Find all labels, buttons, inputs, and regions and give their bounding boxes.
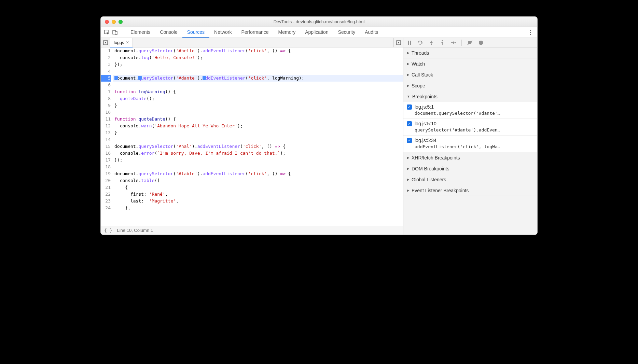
line-number[interactable]: 24 [101, 205, 111, 211]
code-line[interactable]: console.log('Hello, Console!'); [113, 54, 403, 61]
code-line[interactable]: quoteDante(); [113, 95, 403, 102]
code-line[interactable] [113, 82, 403, 88]
pane-header-watch[interactable]: ▶Watch [403, 58, 537, 69]
line-number[interactable]: 23 [101, 198, 111, 205]
code-line[interactable] [113, 68, 403, 75]
device-toggle-icon[interactable] [112, 29, 119, 36]
breakpoint-item[interactable]: log.js:5:1document.querySelector('#dante… [403, 102, 537, 119]
window-title: DevTools - devtools.glitch.me/console/lo… [105, 19, 533, 24]
deactivate-breakpoints-icon[interactable] [467, 39, 473, 46]
line-number[interactable]: 5 [101, 75, 111, 82]
step-into-icon[interactable] [428, 39, 435, 46]
breakpoint-checkbox[interactable] [407, 104, 412, 110]
breakpoint-checkbox[interactable] [407, 121, 412, 126]
line-number[interactable]: 3 [101, 61, 111, 68]
tab-sources[interactable]: Sources [182, 27, 209, 38]
code-line[interactable]: document.querySelector('#dante').addEven… [113, 75, 403, 82]
file-tab[interactable]: log.js × [110, 38, 133, 47]
pane-header-event-listener-breakpoints[interactable]: ▶Event Listener Breakpoints [403, 185, 537, 196]
line-number[interactable]: 6 [101, 82, 111, 88]
show-debugger-icon[interactable] [393, 38, 403, 47]
code-line[interactable]: } [113, 102, 403, 109]
line-number[interactable]: 1 [101, 47, 111, 54]
tab-audits[interactable]: Audits [360, 27, 383, 38]
tab-network[interactable]: Network [209, 27, 236, 38]
inspect-icon[interactable] [103, 29, 110, 36]
code-editor[interactable]: 123456789101112131415161718192021222324 … [101, 47, 403, 226]
breakpoint-item[interactable]: log.js:5:34addEventListener('click', log… [403, 136, 537, 152]
column-breakpoint-icon[interactable] [203, 76, 206, 80]
code-line[interactable]: { [113, 184, 403, 191]
line-number[interactable]: 9 [101, 102, 111, 109]
window-minimize-button[interactable] [112, 20, 116, 24]
code-line[interactable]: function quoteDante() { [113, 116, 403, 123]
line-number[interactable]: 22 [101, 191, 111, 198]
tab-security[interactable]: Security [333, 27, 360, 38]
code-line[interactable]: }); [113, 157, 403, 164]
line-number[interactable]: 14 [101, 136, 111, 143]
pane-header-scope[interactable]: ▶Scope [403, 80, 537, 91]
step-icon[interactable] [450, 39, 457, 46]
line-number[interactable]: 21 [101, 184, 111, 191]
svg-point-8 [431, 44, 432, 45]
line-number[interactable]: 18 [101, 164, 111, 170]
code-line[interactable]: document.querySelector('#hal').addEventL… [113, 143, 403, 150]
window-maximize-button[interactable] [119, 20, 123, 24]
pause-on-exceptions-icon[interactable] [477, 39, 484, 46]
line-number[interactable]: 19 [101, 170, 111, 177]
kebab-menu-icon[interactable] [527, 30, 535, 35]
line-number[interactable]: 8 [101, 95, 111, 102]
pane-label: Event Listener Breakpoints [412, 188, 469, 193]
tab-application[interactable]: Application [300, 27, 333, 38]
pane-header-dom-breakpoints[interactable]: ▶DOM Breakpoints [403, 163, 537, 174]
code-line[interactable]: } [113, 129, 403, 136]
pane-header-threads[interactable]: ▶Threads [403, 47, 537, 58]
code-line[interactable] [113, 164, 403, 170]
code-line[interactable]: document.querySelector('#hello').addEven… [113, 47, 403, 54]
code-line[interactable]: console.warn('Abandon Hope All Ye Who En… [113, 123, 403, 129]
tab-console[interactable]: Console [155, 27, 182, 38]
tab-memory[interactable]: Memory [274, 27, 301, 38]
pane-header-breakpoints[interactable]: ▼Breakpoints [403, 91, 537, 102]
code-line[interactable]: }, [113, 205, 403, 211]
code-line[interactable]: document.querySelector('#table').addEven… [113, 170, 403, 177]
tab-performance[interactable]: Performance [236, 27, 273, 38]
code-line[interactable]: function logWarning() { [113, 88, 403, 95]
breakpoint-item[interactable]: log.js:5:10querySelector('#dante').addEv… [403, 119, 537, 136]
line-number[interactable]: 12 [101, 123, 111, 129]
close-tab-icon[interactable]: × [126, 40, 129, 45]
code-line[interactable]: last: 'Magritte', [113, 198, 403, 205]
pane-label: Threads [412, 50, 429, 56]
code-line[interactable]: }); [113, 61, 403, 68]
line-number[interactable]: 7 [101, 88, 111, 95]
code-line[interactable] [113, 109, 403, 116]
code-line[interactable]: console.table([ [113, 177, 403, 184]
step-over-icon[interactable] [417, 39, 424, 46]
code-line[interactable]: console.error(`I'm sorry, Dave. I'm afra… [113, 150, 403, 157]
triangle-right-icon: ▶ [407, 84, 410, 87]
line-number[interactable]: 20 [101, 177, 111, 184]
pane-header-xhr-fetch-breakpoints[interactable]: ▶XHR/fetch Breakpoints [403, 152, 537, 163]
line-number[interactable]: 11 [101, 116, 111, 123]
pane-header-global-listeners[interactable]: ▶Global Listeners [403, 174, 537, 185]
code-line[interactable] [113, 136, 403, 143]
debugger-toolbar [403, 38, 537, 47]
code-line[interactable]: first: 'René', [113, 191, 403, 198]
line-number[interactable]: 17 [101, 157, 111, 164]
step-out-icon[interactable] [439, 39, 446, 46]
pane-header-call-stack[interactable]: ▶Call Stack [403, 69, 537, 80]
line-number[interactable]: 2 [101, 54, 111, 61]
column-breakpoint-icon[interactable] [138, 76, 142, 80]
breakpoint-checkbox[interactable] [407, 138, 412, 143]
line-number[interactable]: 16 [101, 150, 111, 157]
column-breakpoint-icon[interactable] [114, 76, 118, 80]
line-number[interactable]: 4 [101, 68, 111, 75]
tab-elements[interactable]: Elements [126, 27, 155, 38]
line-number[interactable]: 15 [101, 143, 111, 150]
line-number[interactable]: 13 [101, 129, 111, 136]
line-number[interactable]: 10 [101, 109, 111, 116]
pretty-print-icon[interactable]: { } [104, 228, 112, 233]
show-navigator-icon[interactable] [101, 38, 110, 47]
window-close-button[interactable] [105, 20, 109, 24]
pause-icon[interactable] [406, 39, 413, 46]
